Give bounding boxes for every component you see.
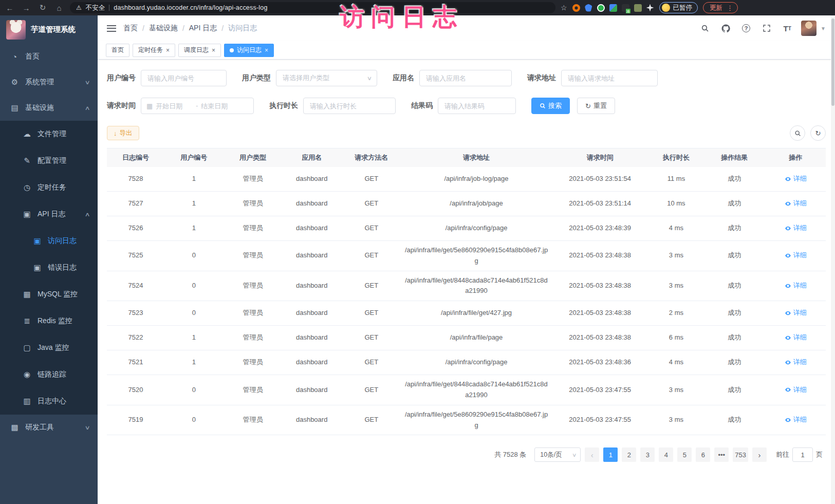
detail-link[interactable]: 详细 xyxy=(785,281,807,291)
tab-active[interactable]: 访问日志× xyxy=(224,44,274,57)
search-icon[interactable] xyxy=(698,22,712,35)
user-type-label: 用户类型 xyxy=(242,73,271,83)
chevron-down-icon[interactable]: ▼ xyxy=(821,26,826,31)
extension-icon-shield[interactable] xyxy=(585,4,592,12)
sidebar-item[interactable]: ▦MySQL 监控 xyxy=(0,281,98,308)
sidebar-item[interactable]: ◷定时任务 xyxy=(0,174,98,201)
user-avatar[interactable] xyxy=(801,21,817,36)
hamburger-icon[interactable] xyxy=(107,25,116,32)
refresh-table-button[interactable]: ↻ xyxy=(810,125,826,141)
help-icon[interactable]: ? xyxy=(739,22,753,35)
forward-icon[interactable]: → xyxy=(21,4,32,12)
home-icon[interactable]: ⌂ xyxy=(53,4,65,12)
active-dot xyxy=(230,48,234,52)
detail-link[interactable]: 详细 xyxy=(785,415,807,425)
start-date-input[interactable] xyxy=(156,102,193,110)
address-bar[interactable]: ⚠ 不安全 dashboard.yudao.iocoder.cn/infra/l… xyxy=(70,2,555,13)
app-name-input[interactable] xyxy=(419,70,512,86)
extension-icon-green[interactable] xyxy=(597,4,605,12)
page-button[interactable]: 4 xyxy=(659,447,673,462)
eye-icon xyxy=(785,417,791,423)
breadcrumb-infra[interactable]: 基础设施 xyxy=(149,24,178,33)
duration-input[interactable] xyxy=(303,98,396,114)
breadcrumb-home[interactable]: 首页 xyxy=(123,24,138,33)
close-icon[interactable]: × xyxy=(265,47,268,54)
end-date-input[interactable] xyxy=(201,102,238,110)
export-button[interactable]: ↓ 导出 xyxy=(107,126,139,140)
url-text[interactable]: dashboard.yudao.iocoder.cn/infra/log/api… xyxy=(114,4,267,11)
page-button[interactable]: 6 xyxy=(696,447,710,462)
bookmark-star-icon[interactable]: ☆ xyxy=(561,4,567,12)
page-ellipsis[interactable]: ••• xyxy=(714,447,729,462)
next-page-button[interactable]: › xyxy=(752,447,767,462)
sidebar-item[interactable]: ▣访问日志 xyxy=(0,228,98,254)
user-id-input[interactable] xyxy=(141,70,227,86)
sidebar-item[interactable]: ▩研发工具∨ xyxy=(0,415,98,440)
sidebar-item[interactable]: ◔首页 xyxy=(0,44,98,69)
sidebar-item[interactable]: ▣API 日志∧ xyxy=(0,201,98,228)
security-label[interactable]: 不安全 xyxy=(86,4,105,12)
detail-link[interactable]: 详细 xyxy=(785,332,807,343)
extension-icon-puzzle[interactable] xyxy=(609,4,617,12)
extension-icon-orange[interactable] xyxy=(572,4,580,12)
page-size-select[interactable]: 10条/页 ∨ xyxy=(534,447,581,462)
detail-link[interactable]: 详细 xyxy=(785,174,807,184)
font-size-icon[interactable]: TT xyxy=(781,22,794,35)
page-button[interactable]: 1 xyxy=(603,447,618,462)
sidebar-item[interactable]: ✎配置管理 xyxy=(0,147,98,174)
extension-icon-person[interactable] xyxy=(634,4,642,12)
sidebar-item[interactable]: ▤基础设施∧ xyxy=(0,95,98,121)
back-icon[interactable]: ← xyxy=(4,4,15,12)
prev-page-button[interactable]: ‹ xyxy=(585,447,599,462)
toggle-search-button[interactable] xyxy=(790,125,805,141)
scrollbar-thumb[interactable] xyxy=(831,18,834,106)
search-button-label: 搜索 xyxy=(548,101,562,110)
reset-button[interactable]: ↻ 重置 xyxy=(577,98,615,114)
page-button[interactable]: 753 xyxy=(733,447,748,462)
breadcrumb-api-log[interactable]: API 日志 xyxy=(189,24,217,33)
sidebar-item[interactable]: ▥日志中心 xyxy=(0,388,98,415)
date-range-picker[interactable]: ▦ - xyxy=(141,98,254,114)
github-icon[interactable] xyxy=(719,22,732,35)
search-button[interactable]: 搜索 xyxy=(531,98,570,114)
page-button[interactable]: 5 xyxy=(677,447,692,462)
cell: dashboard xyxy=(282,216,341,240)
goto-page-input[interactable] xyxy=(792,447,813,462)
extension-icon-pinwheel[interactable] xyxy=(646,4,654,12)
reload-icon[interactable]: ↻ xyxy=(37,3,48,12)
detail-link[interactable]: 详细 xyxy=(785,250,807,261)
request-url-input[interactable] xyxy=(561,70,658,86)
scrollbar[interactable] xyxy=(831,15,835,504)
detail-link[interactable]: 详细 xyxy=(785,308,807,319)
sidebar-logo[interactable]: 芋道管理系统 xyxy=(0,15,98,44)
result-code-input[interactable] xyxy=(438,98,516,114)
sidebar-item[interactable]: ☁文件管理 xyxy=(0,121,98,147)
cell: GET xyxy=(341,405,402,435)
sidebar-item[interactable]: ⚙系统管理∨ xyxy=(0,69,98,95)
tab-item[interactable]: 定时任务× xyxy=(133,44,175,57)
detail-link[interactable]: 详细 xyxy=(785,223,807,234)
cell: 2021-05-03 23:48:38 xyxy=(551,301,649,325)
browser-menu-icon[interactable]: ⋮ xyxy=(727,4,733,12)
user-type-select[interactable]: 请选择用户类型 ∨ xyxy=(276,70,377,86)
extension-icon-tampermonkey[interactable] xyxy=(622,4,629,12)
paused-badge[interactable]: 已暂停 xyxy=(659,2,698,13)
close-icon[interactable]: × xyxy=(166,47,170,54)
sidebar-item[interactable]: ▣错误日志 xyxy=(0,254,98,281)
tab-item[interactable]: 首页 xyxy=(106,44,129,57)
tab-item[interactable]: 调度日志× xyxy=(178,44,221,57)
close-icon[interactable]: × xyxy=(212,47,215,54)
detail-link[interactable]: 详细 xyxy=(785,357,807,368)
sidebar-item[interactable]: ◉链路追踪 xyxy=(0,361,98,388)
page-button[interactable]: 2 xyxy=(622,447,636,462)
chevron-down-icon: ∨ xyxy=(84,424,90,431)
cell: 1 xyxy=(164,167,224,191)
cell: 7521 xyxy=(107,350,164,375)
detail-link[interactable]: 详细 xyxy=(785,385,807,396)
page-button[interactable]: 3 xyxy=(640,447,655,462)
sidebar-item[interactable]: ≣Redis 监控 xyxy=(0,308,98,334)
detail-link[interactable]: 详细 xyxy=(785,198,807,209)
sidebar-item[interactable]: ▢Java 监控 xyxy=(0,334,98,361)
fullscreen-icon[interactable] xyxy=(760,22,773,35)
update-button[interactable]: 更新 ⋮ xyxy=(703,2,738,13)
